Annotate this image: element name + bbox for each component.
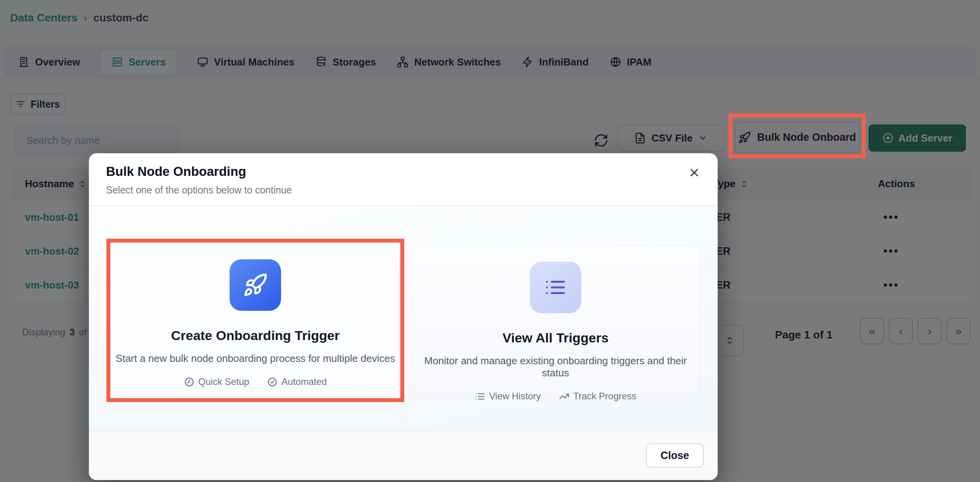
trending-up-icon <box>559 391 570 402</box>
list-icon <box>475 391 485 402</box>
bulk-node-onboarding-modal: Bulk Node Onboarding Select one of the o… <box>89 153 718 480</box>
modal-title: Bulk Node Onboarding <box>106 164 701 179</box>
feature-label: Track Progress <box>573 391 637 402</box>
option-title: View All Triggers <box>412 330 699 346</box>
option-description: Start a new bulk node onboarding process… <box>111 353 399 365</box>
modal-subtitle: Select one of the options below to conti… <box>106 184 701 196</box>
list-icon <box>544 276 567 299</box>
feature-label: View History <box>489 391 541 402</box>
modal-body: Create Onboarding Trigger Start a new bu… <box>89 206 718 430</box>
feature-label: Automated <box>281 376 327 387</box>
list-tile <box>530 262 581 313</box>
app-window: Data Centers › custom-dc Overview Server… <box>0 0 980 482</box>
modal-footer: Close <box>89 430 718 480</box>
feature-label: Quick Setup <box>198 376 249 387</box>
close-icon[interactable]: ✕ <box>685 163 704 182</box>
clock-icon <box>184 377 195 387</box>
rocket-icon <box>243 273 268 298</box>
feature-quick-setup: Quick Setup <box>184 376 249 387</box>
option-title: Create Onboarding Trigger <box>111 328 399 343</box>
check-circle-icon <box>267 377 278 387</box>
option-description: Monitor and manage existing onboarding t… <box>412 355 699 379</box>
feature-automated: Automated <box>267 376 327 387</box>
create-onboarding-trigger-card[interactable]: Create Onboarding Trigger Start a new bu… <box>111 243 400 397</box>
close-button[interactable]: Close <box>646 443 704 468</box>
view-all-triggers-card[interactable]: View All Triggers Monitor and manage exi… <box>411 246 700 397</box>
rocket-tile <box>230 259 281 311</box>
option-features: View History Track Progress <box>412 391 699 402</box>
feature-track-progress: Track Progress <box>559 391 637 402</box>
option-features: Quick Setup Automated <box>111 376 399 387</box>
feature-view-history: View History <box>475 391 541 402</box>
modal-header: Bulk Node Onboarding Select one of the o… <box>89 153 718 205</box>
